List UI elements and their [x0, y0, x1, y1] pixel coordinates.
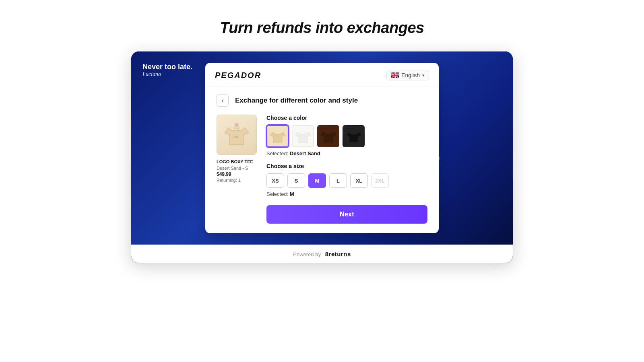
- color-swatch-black-svg: [344, 126, 364, 146]
- svg-point-2: [235, 123, 239, 128]
- content-row: LOGO LOGO BOXY TEE Desert Sand • S $49.9…: [217, 115, 427, 224]
- size-selected-value: M: [290, 191, 294, 197]
- language-selector[interactable]: English ▾: [386, 70, 429, 80]
- size-btn-s[interactable]: S: [287, 173, 305, 188]
- outer-card: Never too late. Luciano PEGADOR English …: [131, 51, 513, 263]
- bg-text-line1: Never too late.: [142, 63, 192, 71]
- step-title: Exchange for different color and style: [235, 97, 358, 105]
- options-panel: Choose a color: [266, 115, 427, 224]
- product-variant: Desert Sand • S: [217, 166, 257, 171]
- color-swatch-brown[interactable]: [317, 125, 339, 147]
- chevron-down-icon: ▾: [422, 73, 425, 78]
- color-selected-label: Selected: Desert Sand: [266, 150, 427, 156]
- bg-text-line2: Luciano: [142, 71, 192, 78]
- size-selected-label: Selected: M: [266, 191, 427, 197]
- size-section-label: Choose a size: [266, 163, 427, 169]
- modal-header: PEGADOR English ▾: [205, 63, 439, 86]
- color-options: [266, 125, 427, 147]
- product-price: $49.99: [217, 171, 257, 177]
- modal-body: ‹ Exchange for different color and style: [205, 86, 439, 233]
- page-nav-header: ‹ Exchange for different color and style: [217, 95, 427, 107]
- background-overlay-text: Never too late. Luciano: [142, 63, 192, 78]
- size-btn-2xl: 2XL: [371, 173, 389, 188]
- product-returning: Returning: 1: [217, 178, 257, 183]
- next-button[interactable]: Next: [266, 205, 427, 224]
- size-options: XS S M L XL 2XL: [266, 173, 427, 188]
- color-section-label: Choose a color: [266, 115, 427, 121]
- flag-icon: [391, 72, 399, 78]
- color-swatch-brown-svg: [318, 126, 339, 146]
- product-image: LOGO: [217, 115, 257, 155]
- powered-by-text: Powered by: [293, 251, 321, 257]
- brand-logo: PEGADOR: [215, 71, 261, 80]
- product-name: LOGO BOXY TEE: [217, 159, 257, 165]
- color-swatch-white[interactable]: [292, 125, 314, 147]
- size-btn-xl[interactable]: XL: [350, 173, 368, 188]
- size-btn-m[interactable]: M: [308, 173, 326, 188]
- returns-brand: 8returns: [325, 251, 351, 257]
- page-title: Turn refunds into exchanges: [220, 19, 424, 37]
- color-swatch-desert-sand[interactable]: [266, 125, 289, 147]
- size-selected-prefix: Selected:: [266, 191, 288, 197]
- product-card: LOGO LOGO BOXY TEE Desert Sand • S $49.9…: [217, 115, 257, 224]
- color-swatch-black[interactable]: [343, 125, 365, 147]
- powered-by-bar: Powered by 8returns: [131, 245, 513, 263]
- size-btn-xs[interactable]: XS: [266, 173, 284, 188]
- exchange-modal: PEGADOR English ▾ ‹ Exchange for differe…: [205, 63, 439, 233]
- svg-text:LOGO: LOGO: [233, 136, 239, 138]
- size-btn-l[interactable]: L: [329, 173, 347, 188]
- color-selected-prefix: Selected:: [266, 150, 288, 156]
- color-swatch-white-svg: [293, 126, 313, 146]
- back-button[interactable]: ‹: [217, 95, 229, 107]
- color-swatch-desert-sand-svg: [268, 126, 288, 146]
- language-label: English: [401, 72, 420, 78]
- product-tshirt-svg: LOGO: [221, 119, 253, 151]
- color-selected-value: Desert Sand: [290, 150, 320, 156]
